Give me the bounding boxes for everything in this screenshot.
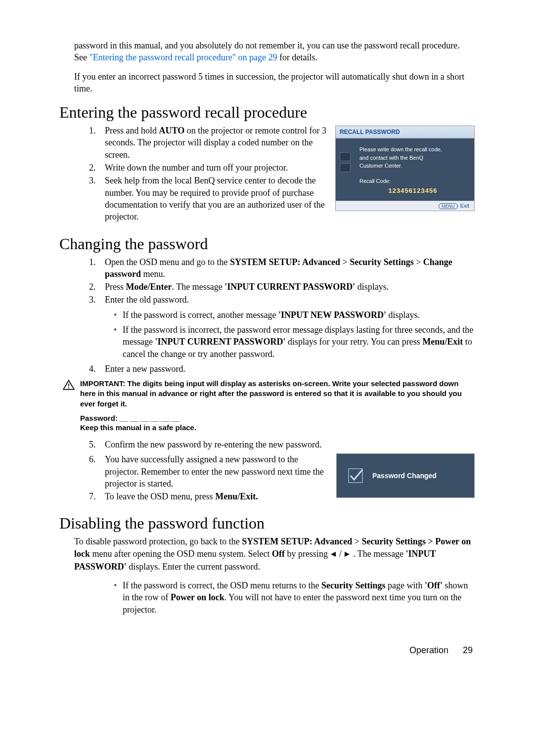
footer-section: Operation bbox=[409, 645, 448, 655]
heading-recall-procedure: Entering the password recall procedure bbox=[59, 103, 475, 122]
footer-page-number: 29 bbox=[463, 645, 473, 655]
page-footer: Operation 29 bbox=[59, 645, 475, 656]
disable-bullet-correct: If the password is correct, the OSD menu… bbox=[114, 579, 475, 616]
warning-icon bbox=[62, 379, 75, 394]
intro-paragraph-1: password in this manual, and you absolut… bbox=[59, 40, 475, 64]
checkmark-icon bbox=[346, 466, 365, 486]
heading-changing-password: Changing the password bbox=[59, 235, 475, 253]
intro-paragraph-2: If you enter an incorrect password 5 tim… bbox=[59, 71, 475, 95]
recall-dialog-footer: MENU Exit bbox=[336, 201, 474, 211]
change-step-3: Enter the old password. bbox=[98, 294, 475, 306]
change-step-4: Enter a new password. bbox=[98, 363, 475, 375]
change-step-5: Confirm the new password by re-entering … bbox=[98, 439, 475, 450]
disable-paragraph: To disable password protection, go back … bbox=[59, 535, 475, 573]
svg-point-1 bbox=[68, 388, 69, 389]
change-bullet-correct: If the password is correct, another mess… bbox=[114, 309, 475, 321]
password-write-line: Password: __ __ __ __ __ __ bbox=[59, 414, 475, 422]
left-arrow-icon bbox=[330, 548, 337, 560]
important-note: IMPORTANT: The digits being input will d… bbox=[80, 379, 475, 409]
change-step-2: Press Mode/Enter. The message 'INPUT CUR… bbox=[98, 281, 475, 293]
change-step-6: You have successfully assigned a new pas… bbox=[98, 453, 328, 489]
right-arrow-icon bbox=[344, 548, 351, 560]
recall-dialog-title: RECALL PASSWORD bbox=[336, 126, 474, 138]
recall-code-value: 123456123456 bbox=[359, 186, 466, 196]
keep-manual-note: Keep this manual in a safe place. bbox=[59, 423, 475, 432]
recall-dialog-icon bbox=[340, 152, 351, 174]
change-bullet-incorrect: If the password is incorrect, the passwo… bbox=[114, 324, 475, 360]
recall-step-3: Seek help from the local BenQ service ce… bbox=[98, 175, 327, 222]
password-changed-text: Password Changed bbox=[372, 472, 437, 480]
change-step-7: To leave the OSD menu, press Menu/Exit. bbox=[98, 490, 328, 502]
heading-disabling-password: Disabling the password function bbox=[59, 514, 475, 533]
recall-password-dialog: RECALL PASSWORD Please write down the re… bbox=[335, 126, 475, 211]
recall-step-2: Write down the number and turn off your … bbox=[98, 162, 327, 174]
menu-button-icon: MENU bbox=[439, 203, 458, 209]
password-changed-dialog: Password Changed bbox=[336, 453, 475, 498]
change-step-1: Open the OSD menu and go to the SYSTEM S… bbox=[98, 256, 475, 280]
recall-step-1: Press and hold AUTO on the projector or … bbox=[98, 125, 327, 161]
recall-procedure-link[interactable]: "Entering the password recall procedure"… bbox=[89, 52, 277, 62]
